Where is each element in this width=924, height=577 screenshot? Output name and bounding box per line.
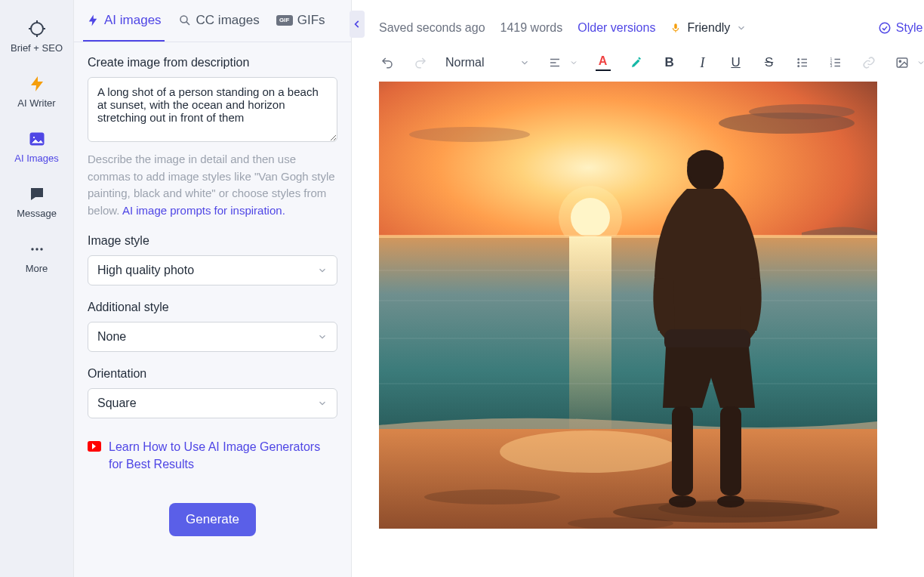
svg-point-6 (32, 136, 35, 138)
format-value: Normal (445, 56, 485, 69)
bullet-list-button[interactable] (794, 54, 811, 71)
message-icon (28, 185, 46, 203)
orientation-label: Orientation (88, 367, 337, 381)
nav-item-message[interactable]: Message (0, 177, 73, 233)
svg-rect-54 (720, 406, 741, 495)
nav-item-ai-writer[interactable]: AI Writer (0, 67, 73, 122)
learn-row: Learn How to Use AI Image Generators for… (88, 438, 337, 473)
svg-point-7 (31, 248, 33, 250)
style-guide-link[interactable]: Style Guide (878, 21, 924, 35)
svg-rect-41 (569, 236, 611, 433)
font-color-button[interactable]: A (595, 54, 611, 71)
learn-link[interactable]: Learn How to Use AI Image Generators for… (109, 438, 337, 473)
tab-label: GIFs (297, 13, 325, 28)
target-icon (28, 20, 46, 38)
side-panel: AI images CC images GIF GIFs Create imag… (73, 0, 352, 577)
search-icon (178, 14, 192, 27)
additional-style-label: Additional style (88, 301, 337, 314)
generate-button[interactable]: Generate (169, 503, 256, 536)
select-value: High quality photo (97, 264, 194, 277)
svg-line-11 (186, 21, 189, 24)
nav-label: Brief + SEO (11, 42, 63, 54)
nav-label: AI Writer (17, 97, 55, 109)
chevron-down-icon (317, 332, 328, 342)
tab-gifs[interactable]: GIF GIFs (273, 0, 328, 42)
saved-status: Saved seconds ago (379, 21, 485, 35)
youtube-icon (88, 441, 101, 452)
tone-select[interactable]: Friendly (670, 21, 747, 35)
svg-point-57 (613, 501, 839, 523)
image-icon (28, 130, 46, 148)
prompt-label: Create image from description (88, 56, 337, 69)
nav-label: More (26, 263, 48, 274)
svg-point-48 (424, 489, 560, 504)
select-value: Square (97, 396, 137, 410)
svg-rect-53 (672, 406, 693, 495)
align-button[interactable] (547, 54, 563, 71)
svg-point-35 (749, 104, 855, 119)
svg-point-9 (40, 248, 42, 250)
tab-label: AI images (104, 13, 162, 28)
image-style-label: Image style (88, 234, 337, 248)
chevron-down-icon (736, 23, 747, 33)
editor-toolbar: Normal A B I U S 123 (379, 50, 924, 82)
link-button[interactable] (861, 54, 877, 71)
generated-image[interactable] (379, 82, 877, 529)
orientation-select[interactable]: Square (88, 388, 337, 418)
svg-point-0 (31, 23, 43, 35)
underline-bar-icon (596, 69, 611, 71)
word-count: 1419 words (500, 21, 563, 35)
additional-style-select[interactable]: None (88, 322, 337, 352)
panel-body: Create image from description Describe t… (74, 42, 351, 554)
numbered-list-button[interactable]: 123 (827, 54, 844, 71)
collapse-panel-button[interactable] (350, 11, 365, 38)
redo-button[interactable] (412, 54, 429, 71)
svg-point-47 (500, 430, 681, 473)
gif-badge-icon: GIF (276, 15, 293, 26)
highlight-button[interactable] (628, 54, 645, 71)
format-select[interactable]: Normal (445, 56, 530, 69)
microphone-icon (670, 22, 681, 34)
chevron-down-icon (519, 57, 530, 68)
image-style-select[interactable]: High quality photo (88, 255, 337, 285)
check-circle-icon (878, 21, 892, 35)
svg-point-20 (798, 66, 799, 67)
tab-cc-images[interactable]: CC images (175, 0, 263, 42)
nav-rail: Brief + SEO AI Writer AI Images Message … (0, 0, 73, 577)
svg-rect-12 (675, 23, 678, 29)
bold-button[interactable]: B (661, 54, 678, 71)
svg-point-8 (35, 248, 38, 250)
prompt-textarea[interactable] (88, 77, 337, 142)
svg-text:3: 3 (830, 63, 832, 68)
tone-label: Friendly (687, 21, 730, 35)
prompt-inspiration-link[interactable]: AI image prompts for inspiration. (122, 204, 285, 217)
bolt-icon (28, 75, 46, 93)
insert-image-button[interactable] (894, 54, 910, 71)
svg-point-31 (899, 60, 901, 62)
svg-rect-39 (379, 236, 877, 429)
style-guide-label: Style Guide (896, 21, 924, 35)
older-versions-link[interactable]: Older versions (578, 21, 655, 35)
chevron-down-icon[interactable] (916, 58, 924, 67)
side-tabs: AI images CC images GIF GIFs (74, 0, 351, 42)
chevron-down-icon[interactable] (569, 58, 578, 67)
svg-point-36 (409, 127, 530, 142)
svg-rect-52 (664, 329, 750, 350)
italic-button[interactable]: I (695, 54, 711, 71)
tab-label: CC images (196, 13, 260, 28)
nav-item-brief-seo[interactable]: Brief + SEO (0, 12, 73, 67)
strikethrough-button[interactable]: S (761, 54, 778, 71)
nav-label: Message (17, 208, 57, 219)
chevron-down-icon (317, 398, 328, 409)
svg-rect-40 (379, 235, 877, 238)
bolt-icon (86, 14, 100, 27)
tab-ai-images[interactable]: AI images (83, 0, 165, 42)
nav-item-more[interactable]: More (0, 233, 73, 288)
nav-item-ai-images[interactable]: AI Images (0, 122, 73, 177)
svg-point-10 (180, 16, 187, 23)
prompt-helper: Describe the image in detail and then us… (88, 151, 337, 219)
undo-button[interactable] (379, 54, 396, 71)
editor-header: Saved seconds ago 1419 words Older versi… (379, 21, 924, 35)
underline-button[interactable]: U (728, 54, 744, 71)
svg-point-14 (879, 23, 890, 33)
